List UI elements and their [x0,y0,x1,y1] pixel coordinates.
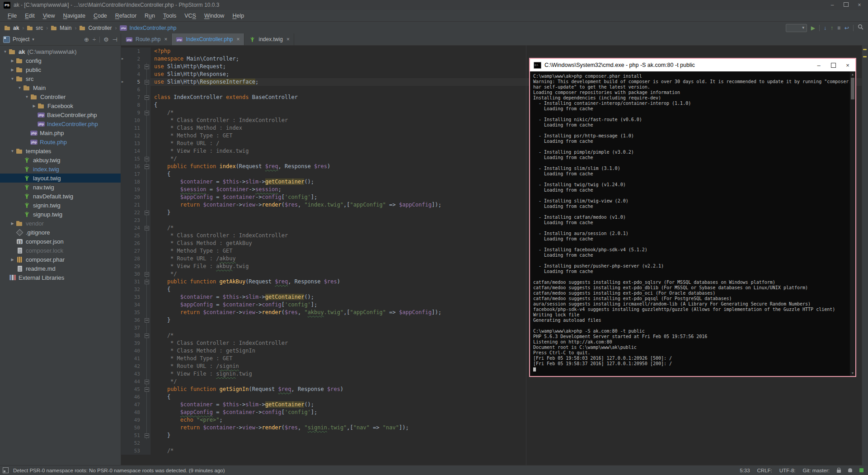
fold-marker-icon[interactable] [145,334,149,338]
tree-expanded-icon[interactable]: ▼ [2,50,9,54]
tree-collapsed-icon[interactable]: ▶ [31,104,38,108]
code-line-44[interactable]: 44 */ [121,378,868,386]
breadcrumb-item-controller[interactable]: Controller [80,25,112,31]
terminal-minimize-button[interactable]: – [812,59,826,71]
tree-item-layout-twig[interactable]: layout.twig [0,174,121,183]
fold-marker-icon[interactable] [145,272,149,277]
fold-marker-icon[interactable] [145,80,149,85]
menu-edit[interactable]: Edit [21,13,39,19]
fold-marker-icon[interactable] [145,387,149,392]
tree-item-basecontroller-php[interactable]: BaseController.php [0,110,121,119]
tree-item-public[interactable]: ▶public [0,65,121,74]
tree-item-indexcontroller-php[interactable]: IndexController.php [0,119,121,128]
rollback-icon[interactable]: ↩ [845,24,849,32]
tree-item-signup-twig[interactable]: signup.twig [0,210,121,219]
tree-item-controller[interactable]: ▼Controller [0,92,121,101]
lock-icon[interactable] [837,470,841,473]
menu-vcs[interactable]: VCS [180,13,200,19]
menu-file[interactable]: File [4,13,21,19]
tree-item-route-php[interactable]: Route.php [0,137,121,146]
tab-indexcontroller-php[interactable]: IndexController.php× [172,33,244,45]
code-line-45[interactable]: 45 public function getSignIn(Request $re… [121,386,868,393]
terminal-maximize-button[interactable] [826,59,840,71]
tree-item-templates[interactable]: ▼templates [0,146,121,155]
breadcrumb-item-main[interactable]: Main [51,25,71,31]
menu-refactor[interactable]: Refactor [111,13,141,19]
tree-collapsed-icon[interactable]: ▶ [9,59,16,63]
code-line-50[interactable]: 50 return $container->view->render($res,… [121,424,868,432]
tree-collapsed-icon[interactable]: ▶ [9,68,16,72]
terminal-close-button[interactable]: × [840,59,855,71]
locate-icon[interactable]: ⊕ [84,36,89,43]
hector-icon[interactable] [848,468,852,472]
menu-tools[interactable]: Tools [159,13,180,19]
tree-expanded-icon[interactable]: ▼ [9,149,16,153]
tree-item-akbuy-twig[interactable]: akbuy.twig [0,155,121,165]
menu-navigate[interactable]: Navigate [59,13,89,19]
fold-marker-icon[interactable] [145,165,149,169]
tree-item-nav-twig[interactable]: nav.twig [0,183,121,192]
menu-code[interactable]: Code [89,13,111,19]
close-button[interactable]: × [853,0,866,10]
breadcrumb-item-ak[interactable]: ak [5,25,19,31]
collapse-all-icon[interactable]: ÷ [93,36,96,43]
scroll-down-icon[interactable]: ▼ [850,370,855,376]
tree-item-main[interactable]: ▼Main [0,83,121,92]
tree-expanded-icon[interactable]: ▼ [9,77,16,81]
tree-item-facebook[interactable]: ▶Facebook [0,101,121,110]
tree-item-src[interactable]: ▼src [0,74,121,83]
code-line-51[interactable]: 51 } [121,432,868,439]
run-icon[interactable]: ▶ [811,24,815,32]
tree-item-composer-json[interactable]: composer.json [0,237,121,246]
tree-item-composer-lock[interactable]: composer.lock [0,246,121,255]
caret-position[interactable]: 5:33 [740,468,750,473]
fold-marker-icon[interactable] [145,280,149,284]
git-branch[interactable]: Git: master: [803,468,830,473]
tree-collapsed-icon[interactable]: ▶ [9,221,16,226]
tree-item-ak[interactable]: ▼ak (C:\wamp\www\ak) [0,47,121,56]
fold-marker-icon[interactable] [145,211,149,215]
menu-view[interactable]: View [39,13,59,19]
stripe-mark[interactable] [863,49,867,50]
tree-item-signin-twig[interactable]: signin.twig [0,201,121,210]
tree-expanded-icon[interactable]: ▼ [16,86,23,90]
code-line-49[interactable]: 49 echo "<pre>"; [121,416,868,424]
code-line-52[interactable]: 52 [121,439,868,447]
scrollbar-thumb[interactable] [851,78,854,99]
vcs-commit-icon[interactable]: ↑ [830,24,833,32]
tree-expanded-icon[interactable]: ▼ [23,95,30,99]
tree-item-readme-md[interactable]: readme.md [0,264,121,273]
tree-collapsed-icon[interactable]: ▶ [9,258,16,262]
tree-item-composer-phar[interactable]: ▶composer.phar [0,255,121,264]
close-icon[interactable]: × [236,36,239,42]
line-separator[interactable]: CRLF: [757,468,772,473]
breadcrumb-item-src[interactable]: src [27,25,43,31]
fold-marker-icon[interactable] [145,95,149,100]
project-panel-title[interactable]: Project [13,36,29,42]
changes-icon[interactable]: ≡ [837,24,840,32]
code-line-46[interactable]: 46 { [121,393,868,401]
search-icon[interactable] [858,24,863,32]
fold-marker-icon[interactable] [145,380,149,384]
chevron-down-icon[interactable]: ▾ [32,37,34,42]
encoding[interactable]: UTF-8: [779,468,796,473]
fold-marker-icon[interactable] [145,318,149,323]
terminal-scrollbar[interactable]: ▲ ▼ [850,71,855,376]
fold-marker-icon[interactable] [145,157,149,161]
tab-route-php[interactable]: Route.php× [122,33,172,45]
close-icon[interactable]: × [286,36,290,42]
run-config-dropdown[interactable]: ▼ [786,24,807,32]
menu-help[interactable]: Help [228,13,248,19]
menu-run[interactable]: Run [141,13,159,19]
fold-marker-icon[interactable] [145,111,149,115]
breadcrumb-item-indexcontroller-php[interactable]: IndexController.php [120,25,176,31]
code-line-53[interactable]: 53 /* [121,447,868,455]
fold-marker-icon[interactable] [145,65,149,69]
fold-marker-icon[interactable] [145,433,149,438]
tab-index-twig[interactable]: index.twig× [244,33,294,45]
tree-item-external-libraries[interactable]: External Libraries [0,273,121,282]
settings-icon[interactable]: ⚙ [103,36,109,43]
code-line-47[interactable]: 47 $container = $this->slim->getContaine… [121,401,868,409]
tree-item-main-php[interactable]: Main.php [0,128,121,137]
maximize-button[interactable] [839,0,853,10]
